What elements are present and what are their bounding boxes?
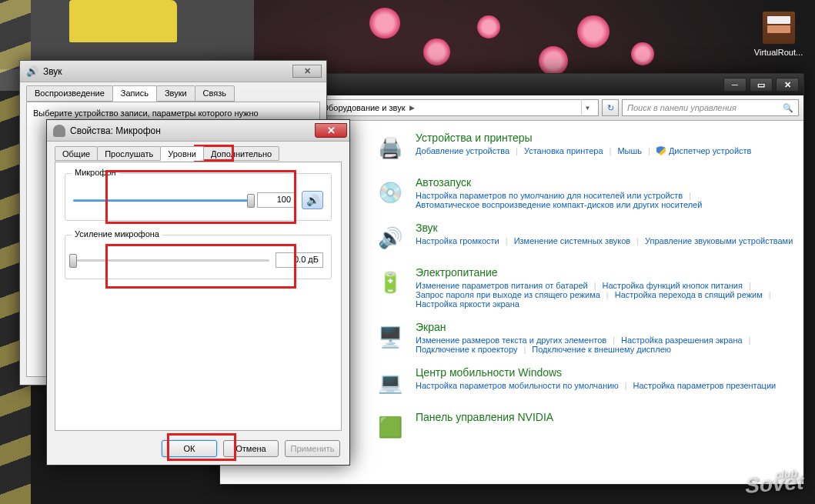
mic-tab-1[interactable]: Прослушать [97,146,161,161]
cp-link[interactable]: Запрос пароля при выходе из спящего режи… [416,290,600,299]
close-button[interactable]: ✕ [776,78,799,92]
mute-button[interactable]: 🔊 [302,191,323,209]
minimize-button[interactable]: ─ [723,78,747,92]
cp-category: 💿АвтозапускНастройка параметров по умолч… [374,176,796,209]
breadcrumb-dropdown[interactable]: ▼ [581,99,593,116]
cp-link[interactable]: Настройка параметров мобильности по умол… [416,381,619,390]
category-icon: 🟩 [374,411,406,443]
microphone-icon [53,125,65,137]
search-input[interactable]: Поиск в панели управления 🔍 [622,99,799,116]
cp-link[interactable]: Автоматическое воспроизведение компакт-д… [416,200,702,209]
cp-category: 🟩Панель управления NVIDIA [374,411,796,443]
ok-button[interactable]: ОК [162,440,217,457]
dialog-buttons: ОК Отмена Применить [162,440,340,457]
close-button[interactable]: ✕ [292,65,322,78]
mic-titlebar[interactable]: Свойства: Микрофон ✕ [47,120,349,142]
close-button[interactable]: ✕ [315,123,347,138]
cp-link[interactable]: Изменение системных звуков [514,236,631,245]
microphone-boost-slider[interactable] [73,252,269,268]
maximize-button[interactable]: ▭ [750,78,773,92]
sound-tab-3[interactable]: Связь [195,85,235,102]
mic-tab-2[interactable]: Уровни [160,146,204,161]
microphone-boost-label: Усиление микрофона [72,229,162,239]
category-title[interactable]: Электропитание [416,266,796,279]
sound-tab-2[interactable]: Звуки [156,85,195,102]
cp-link[interactable]: Настройка разрешения экрана [621,335,743,345]
speaker-icon: 🔊 [26,65,38,78]
chevron-right-icon: ▶ [409,104,415,112]
category-title[interactable]: Звук [416,222,793,234]
cp-link[interactable]: Настройка яркости экрана [416,299,519,309]
mic-tabs: ОбщиеПрослушатьУровниДополнительно [47,142,349,161]
sound-tabs: ВоспроизведениеЗаписьЗвукиСвязь [20,82,326,102]
watermark: club Sovet [744,466,805,498]
microphone-volume-group: Микрофон 100 🔊 [65,173,332,221]
search-icon: 🔍 [783,103,793,113]
sound-window-title: Звук [43,66,62,77]
cp-category: 🔊ЗвукНастройка громкости|Изменение систе… [374,222,796,254]
microphone-boost-value[interactable]: 0.0 дБ [276,252,323,268]
cp-link[interactable]: Добавление устройства [416,146,509,155]
cp-category: 🖥️ЭкранИзменение размеров текста и други… [374,321,796,354]
mic-window-title: Свойства: Микрофон [70,125,161,136]
cp-link[interactable]: Подключение к внешнему дисплею [532,345,671,354]
desktop-icon-label: VirtualRout... [754,48,803,57]
cp-category: 🖨️Устройства и принтерыДобавление устрой… [374,132,796,164]
winrar-icon [763,12,795,44]
cancel-button[interactable]: Отмена [223,440,279,457]
cp-link[interactable]: Настройка перехода в спящий режим [615,290,763,299]
cp-link[interactable]: Настройка параметров презентации [633,381,777,390]
category-title[interactable]: Панель управления NVIDIA [416,411,553,423]
mic-tab-0[interactable]: Общие [55,146,98,161]
desktop-shortcut-virtualrouter[interactable]: VirtualRout... [750,12,807,57]
cp-link[interactable]: Настройка громкости [416,236,499,245]
category-icon: 🖨️ [374,132,406,164]
cp-link[interactable]: Диспетчер устройств [656,146,752,155]
category-title[interactable]: Экран [416,321,796,333]
shield-icon [656,146,666,155]
sound-titlebar[interactable]: 🔊 Звук ✕ [20,61,326,82]
cp-category: 💻Центр мобильности WindowsНастройка пара… [374,366,796,399]
cp-link[interactable]: Подключение к проектору [416,345,517,354]
cp-link[interactable]: Изменение размеров текста и других элеме… [416,335,606,345]
microphone-volume-value[interactable]: 100 [257,192,296,208]
category-icon: 💻 [374,366,406,399]
category-title[interactable]: Автозапуск [416,176,796,189]
category-icon: 🔋 [374,266,406,299]
category-title[interactable]: Устройства и принтеры [416,132,751,144]
microphone-boost-group: Усиление микрофона 0.0 дБ [65,235,332,279]
cp-category: 🔋ЭлектропитаниеИзменение параметров пита… [374,266,796,309]
category-title[interactable]: Центр мобильности Windows [416,366,776,379]
mic-tab-3[interactable]: Дополнительно [203,146,279,161]
cp-link[interactable]: Настройка параметров по умолчанию для но… [416,191,683,200]
microphone-volume-label: Микрофон [72,168,119,177]
mic-properties-window: Свойства: Микрофон ✕ ОбщиеПрослушатьУров… [46,119,350,466]
cp-link[interactable]: Изменение параметров питания от батарей [416,281,588,290]
category-icon: 🔊 [374,222,406,254]
cp-link[interactable]: Настройка функций кнопок питания [603,281,743,290]
speaker-icon: 🔊 [306,194,319,206]
refresh-button[interactable]: ↻ [602,99,619,116]
sound-tab-1[interactable]: Запись [112,85,157,102]
category-icon: 💿 [374,176,406,209]
sound-instruction: Выберите устройство записи, параметры ко… [33,108,259,118]
category-icon: 🖥️ [374,321,406,353]
sound-tab-0[interactable]: Воспроизведение [26,85,113,102]
cp-link[interactable]: Установка принтера [524,146,603,155]
search-placeholder: Поиск в панели управления [627,103,737,112]
cp-link[interactable]: Мышь [617,146,642,155]
mic-levels-panel: Микрофон 100 🔊 Усиление микрофона 0.0 [55,162,342,431]
breadcrumb-part: Оборудование и звук [322,103,405,112]
apply-button[interactable]: Применить [285,440,340,457]
cp-link[interactable]: Управление звуковыми устройствами [645,236,793,245]
microphone-volume-slider[interactable] [73,192,251,208]
